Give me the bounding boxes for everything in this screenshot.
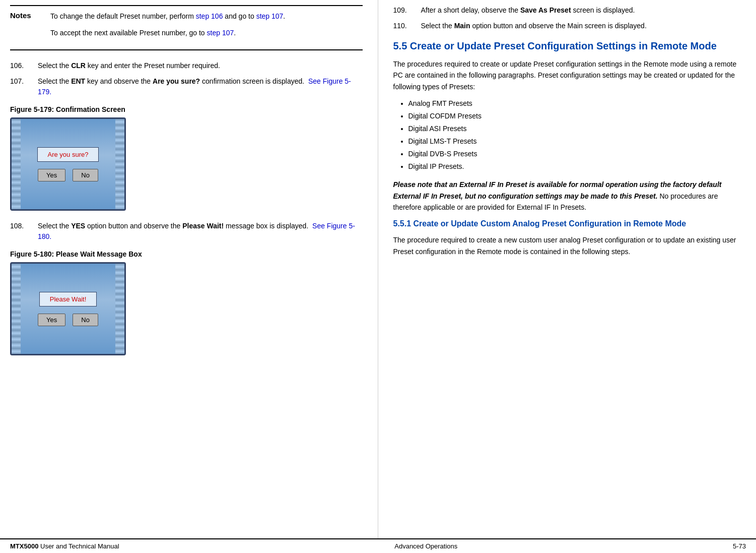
footer: MTX5000 User and Technical Manual Advanc… xyxy=(0,538,756,553)
step-107-bold2: Are you sure? xyxy=(153,77,200,85)
figure-180-caption: Figure 5-180: Please Wait Message Box xyxy=(10,250,363,258)
steps-106-107: 106. Select the CLR key and enter the Pr… xyxy=(10,60,363,97)
step-110-bold: Main xyxy=(454,22,470,30)
notes-label: Notes xyxy=(10,11,50,44)
step-107-text: Select the ENT key and observe the Are y… xyxy=(38,76,363,97)
step-109-num: 109. xyxy=(393,5,421,16)
footer-brand-post: User and Technical Manual xyxy=(38,542,119,550)
bullet-2: Digital COFDM Presets xyxy=(408,111,741,121)
notes-line1: To change the default Preset number, per… xyxy=(50,11,363,22)
step-107-bold1: ENT xyxy=(71,77,85,85)
step-106-text: Select the CLR key and enter the Preset … xyxy=(38,60,363,71)
figure-180-wrap: Figure 5-180: Please Wait Message Box Pl… xyxy=(10,250,363,355)
step-108-text: Select the YES option button and observe… xyxy=(38,221,363,242)
step-106-bold: CLR xyxy=(71,62,86,70)
notes-line1-mid: and go to xyxy=(223,12,256,20)
step-106-num: 106. xyxy=(10,60,38,71)
figure-179-screen: Are you sure? Yes No xyxy=(10,117,126,211)
page-container: Notes To change the default Preset numbe… xyxy=(0,0,756,553)
footer-page-num: 5-73 xyxy=(733,542,746,550)
notes-content: To change the default Preset number, per… xyxy=(50,11,363,44)
screen-180-yes-button[interactable]: Yes xyxy=(38,314,65,326)
left-column: Notes To change the default Preset numbe… xyxy=(0,0,378,538)
step-108-bold1: YES xyxy=(71,222,85,230)
figure-179-wrap: Figure 5-179: Confirmation Screen Are yo… xyxy=(10,105,363,211)
footer-center: Advanced Operations xyxy=(394,542,457,550)
notes-box: Notes To change the default Preset numbe… xyxy=(10,5,363,50)
step-108: 108. Select the YES option button and ob… xyxy=(10,221,363,242)
step-108-bold2: Please Wait! xyxy=(182,222,224,230)
notes-link2[interactable]: step 107 xyxy=(256,12,284,20)
notes-line1-end: . xyxy=(283,12,285,20)
footer-brand: MTX5000 User and Technical Manual xyxy=(10,542,119,550)
right-column: 109. After a short delay, observe the Sa… xyxy=(378,0,757,538)
bullet-list: Analog FMT Presets Digital COFDM Presets… xyxy=(393,98,741,172)
step-109-text: After a short delay, observe the Save As… xyxy=(421,5,741,16)
footer-brand-name: MTX5000 xyxy=(10,542,38,550)
step-110-num: 110. xyxy=(393,21,421,31)
notes-line1-pre: To change the default Preset number, per… xyxy=(50,12,196,20)
bullet-6: Digital IP Presets. xyxy=(408,161,741,172)
step-108-num: 108. xyxy=(10,221,38,242)
screen-179-buttons: Yes No xyxy=(38,169,98,181)
step-106: 106. Select the CLR key and enter the Pr… xyxy=(10,60,363,71)
section-55-body: The procedures required to create or upd… xyxy=(393,58,741,92)
step-107: 107. Select the ENT key and observe the … xyxy=(10,76,363,97)
screen-179-no-button[interactable]: No xyxy=(73,169,98,181)
step-110: 110. Select the Main option button and o… xyxy=(393,21,741,31)
bullet-5: Digital DVB-S Presets xyxy=(408,149,741,159)
notes-line2: To accept the next available Preset numb… xyxy=(50,28,363,38)
step-109-bold: Save As Preset xyxy=(520,6,571,14)
screen-180-inner: Please Wait! Yes No xyxy=(38,292,98,326)
screen-179-yes-button[interactable]: Yes xyxy=(38,169,65,181)
bullet-1: Analog FMT Presets xyxy=(408,98,741,109)
screen-180-dialog: Please Wait! xyxy=(39,292,97,306)
figure-180-screen: Please Wait! Yes No xyxy=(10,262,126,355)
notes-line2-pre: To accept the next available Preset numb… xyxy=(50,29,207,37)
screen-179-dialog: Are you sure? xyxy=(37,147,99,162)
bullet-4: Digital LMS-T Presets xyxy=(408,136,741,147)
steps-108: 108. Select the YES option button and ob… xyxy=(10,221,363,242)
figure-179-caption: Figure 5-179: Confirmation Screen xyxy=(10,105,363,113)
screen-180-buttons: Yes No xyxy=(38,314,98,326)
step-107-num: 107. xyxy=(10,76,38,97)
bullet-3: Digital ASI Presets xyxy=(408,124,741,134)
screen-180-no-button[interactable]: No xyxy=(73,314,98,326)
section-55-heading: 5.5 Create or Update Preset Configuratio… xyxy=(393,39,741,52)
main-content: Notes To change the default Preset numbe… xyxy=(0,0,756,538)
section-551-heading: 5.5.1 Create or Update Custom Analog Pre… xyxy=(393,219,741,229)
notes-link3[interactable]: step 107 xyxy=(207,29,234,37)
notes-link1[interactable]: step 106 xyxy=(196,12,223,20)
notes-line2-end: . xyxy=(234,29,236,37)
italic-bold-para: Please note that an External IF In Prese… xyxy=(393,179,741,213)
screen-179-inner: Are you sure? Yes No xyxy=(37,147,99,181)
steps-109-110: 109. After a short delay, observe the Sa… xyxy=(393,5,741,31)
step-109: 109. After a short delay, observe the Sa… xyxy=(393,5,741,16)
section-551-body: The procedure required to create a new c… xyxy=(393,234,741,257)
step-110-text: Select the Main option button and observ… xyxy=(421,21,741,31)
